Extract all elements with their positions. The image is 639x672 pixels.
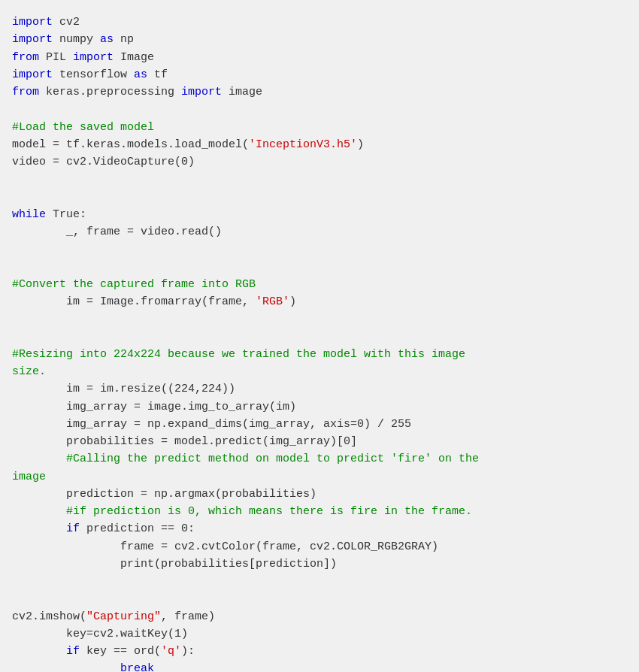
code-line: cv2.imshow("Capturing", frame) bbox=[12, 608, 627, 625]
code-line: #Resizing into 224x224 because we traine… bbox=[12, 346, 627, 363]
code-line: #Calling the predict method on model to … bbox=[12, 450, 627, 468]
code-line: from PIL import Image bbox=[12, 49, 627, 66]
code-line: image bbox=[12, 468, 627, 486]
code-line: prediction = np.argmax(probabilities) bbox=[12, 486, 627, 503]
code-line: if prediction == 0: bbox=[12, 520, 627, 537]
code-line: if key == ord('q'): bbox=[12, 643, 627, 660]
code-line: print(probabilities[prediction]) bbox=[12, 555, 627, 573]
code-line: from keras.preprocessing import image bbox=[12, 83, 627, 101]
code-line bbox=[12, 310, 627, 328]
code-line: #if prediction is 0, which means there i… bbox=[12, 503, 627, 520]
code-line bbox=[12, 171, 627, 188]
code-line bbox=[12, 241, 627, 258]
code-line: import tensorflow as tf bbox=[12, 66, 627, 83]
code-line: break bbox=[12, 660, 627, 672]
code-line: #Load the saved model bbox=[12, 119, 627, 136]
code-line: key=cv2.waitKey(1) bbox=[12, 625, 627, 643]
code-line bbox=[12, 259, 627, 276]
code-line: probabilities = model.predict(img_array)… bbox=[12, 433, 627, 450]
code-line: im = im.resize((224,224)) bbox=[12, 380, 627, 398]
code-line: img_array = np.expand_dims(img_array, ax… bbox=[12, 416, 627, 433]
code-container: import cv2import numpy as npfrom PIL imp… bbox=[0, 0, 639, 672]
code-line: _, frame = video.read() bbox=[12, 223, 627, 241]
code-line: video = cv2.VideoCapture(0) bbox=[12, 153, 627, 171]
code-line bbox=[12, 590, 627, 607]
code-line: #Convert the captured frame into RGB bbox=[12, 276, 627, 293]
code-line bbox=[12, 573, 627, 590]
code-line bbox=[12, 101, 627, 118]
code-line: import cv2 bbox=[12, 14, 627, 31]
code-line bbox=[12, 189, 627, 206]
code-line: model = tf.keras.models.load_model('Ince… bbox=[12, 136, 627, 153]
code-line bbox=[12, 328, 627, 346]
code-line: import numpy as np bbox=[12, 31, 627, 48]
code-line: size. bbox=[12, 363, 627, 380]
code-line: while True: bbox=[12, 206, 627, 223]
code-block: import cv2import numpy as npfrom PIL imp… bbox=[0, 8, 639, 672]
code-line: im = Image.fromarray(frame, 'RGB') bbox=[12, 293, 627, 310]
code-line: img_array = image.img_to_array(im) bbox=[12, 398, 627, 416]
code-line: frame = cv2.cvtColor(frame, cv2.COLOR_RG… bbox=[12, 538, 627, 555]
